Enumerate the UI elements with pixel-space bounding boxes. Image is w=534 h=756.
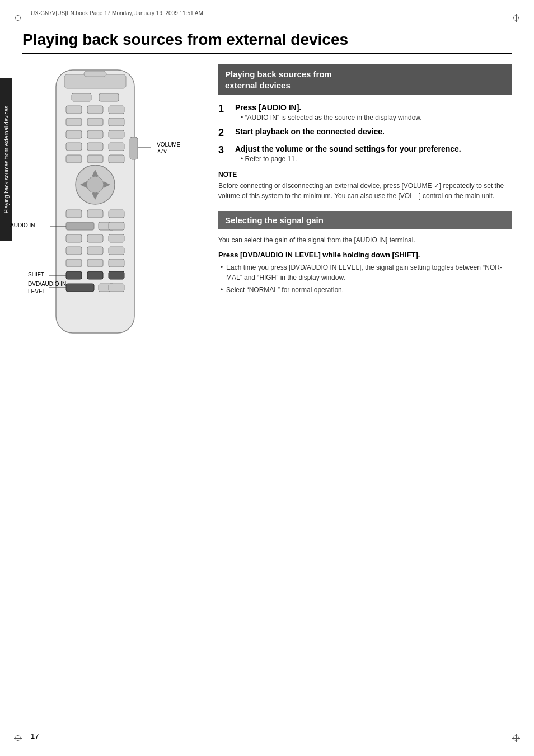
- file-info: UX-GN7V[US]EN.book Page 17 Monday, Janua…: [31, 10, 203, 16]
- step-3-title: Adjust the volume or the sound settings …: [235, 144, 461, 153]
- section2-subtitle: Press [DVD/AUDIO IN LEVEL] while holding…: [218, 251, 512, 259]
- svg-rect-15: [66, 143, 82, 151]
- svg-rect-32: [109, 222, 124, 230]
- step-3-number: 3: [218, 144, 229, 156]
- svg-rect-6: [87, 106, 103, 114]
- step-1-detail: • “AUDIO IN” is selected as the source i…: [235, 114, 422, 121]
- remote-svg: [34, 64, 157, 339]
- svg-rect-20: [109, 155, 124, 163]
- svg-rect-11: [66, 130, 82, 138]
- svg-rect-18: [66, 155, 82, 163]
- crosshair-top-left: [12, 12, 24, 24]
- step-1-title: Press [AUDIO IN].: [235, 103, 422, 112]
- svg-rect-9: [87, 118, 103, 126]
- two-column-layout: VOLUME ∧/∨ AUDIO IN SHIFT DVD/AUDIO INLE…: [22, 64, 512, 340]
- sidebar-label: Playing back sources from external devic…: [3, 106, 10, 213]
- svg-rect-39: [66, 259, 82, 267]
- svg-rect-43: [87, 271, 103, 279]
- remote-container: VOLUME ∧/∨ AUDIO IN SHIFT DVD/AUDIO INLE…: [34, 64, 190, 340]
- step-1-number: 1: [218, 103, 229, 115]
- svg-point-22: [87, 176, 104, 193]
- step-1-content: Press [AUDIO IN]. • “AUDIO IN” is select…: [235, 103, 422, 121]
- step-2-number: 2: [218, 127, 229, 139]
- section1-header: Playing back sources from external devic…: [218, 64, 512, 95]
- step-3: 3 Adjust the volume or the sound setting…: [218, 144, 512, 163]
- section2-intro: You can select the gain of the signal fr…: [218, 235, 512, 245]
- audio-in-label: AUDIO IN: [10, 222, 35, 228]
- svg-rect-36: [66, 247, 82, 255]
- dvd-audio-label: DVD/AUDIO INLEVEL: [28, 280, 66, 295]
- signal-bullet-2: Select “NORMAL” for normal operation.: [218, 285, 512, 295]
- svg-rect-37: [87, 247, 103, 255]
- svg-rect-45: [66, 284, 94, 292]
- svg-rect-40: [87, 259, 103, 267]
- step-3-content: Adjust the volume or the sound settings …: [235, 144, 461, 163]
- svg-rect-42: [66, 271, 82, 279]
- svg-rect-35: [109, 234, 124, 242]
- svg-rect-44: [109, 271, 124, 279]
- step-1: 1 Press [AUDIO IN]. • “AUDIO IN” is sele…: [218, 103, 512, 121]
- svg-rect-14: [130, 137, 138, 159]
- svg-rect-7: [109, 106, 124, 114]
- svg-rect-10: [109, 118, 124, 126]
- page-number: 17: [31, 732, 39, 740]
- volume-label: VOLUME ∧/∨: [157, 142, 180, 155]
- svg-rect-28: [87, 210, 103, 218]
- svg-rect-41: [109, 259, 124, 267]
- page-title: Playing back sources from external devic…: [22, 31, 512, 54]
- svg-rect-13: [109, 130, 124, 138]
- signal-bullet-1: Each time you press [DVD/AUDIO IN LEVEL]…: [218, 262, 512, 283]
- section2-bullets: Each time you press [DVD/AUDIO IN LEVEL]…: [218, 262, 512, 295]
- svg-rect-27: [66, 210, 82, 218]
- main-content: Playing back sources from external devic…: [22, 31, 512, 728]
- crosshair-bottom-left: [12, 732, 24, 744]
- note-section: NOTE Before connecting or disconnecting …: [218, 171, 512, 201]
- step-2-content: Start playback on the connected device.: [235, 127, 385, 138]
- svg-rect-34: [87, 234, 103, 242]
- svg-rect-38: [109, 247, 124, 255]
- svg-rect-33: [66, 234, 82, 242]
- svg-rect-17: [109, 143, 124, 151]
- svg-rect-12: [87, 130, 103, 138]
- step-3-detail: • Refer to page 11.: [235, 155, 461, 163]
- crosshair-top-right: [510, 12, 522, 24]
- svg-rect-19: [87, 155, 103, 163]
- svg-rect-8: [66, 118, 82, 126]
- step-2-title: Start playback on the connected device.: [235, 127, 385, 136]
- instructions-col: Playing back sources from external devic…: [218, 64, 512, 297]
- svg-rect-5: [66, 106, 82, 114]
- step-2: 2 Start playback on the connected device…: [218, 127, 512, 139]
- svg-rect-29: [109, 210, 124, 218]
- svg-rect-4: [99, 93, 119, 101]
- sidebar-tab: Playing back sources from external devic…: [0, 78, 12, 241]
- svg-rect-47: [109, 284, 124, 292]
- svg-rect-2: [84, 71, 106, 77]
- svg-rect-3: [72, 93, 91, 101]
- note-label: NOTE: [218, 171, 512, 179]
- remote-illustration: VOLUME ∧/∨ AUDIO IN SHIFT DVD/AUDIO INLE…: [22, 64, 202, 340]
- svg-rect-16: [87, 143, 103, 151]
- section2-header: Selecting the signal gain: [218, 211, 512, 229]
- note-text: Before connecting or disconnecting an ex…: [218, 181, 512, 201]
- shift-label: SHIFT: [28, 271, 44, 278]
- svg-rect-30: [66, 222, 94, 230]
- crosshair-bottom-right: [510, 732, 522, 744]
